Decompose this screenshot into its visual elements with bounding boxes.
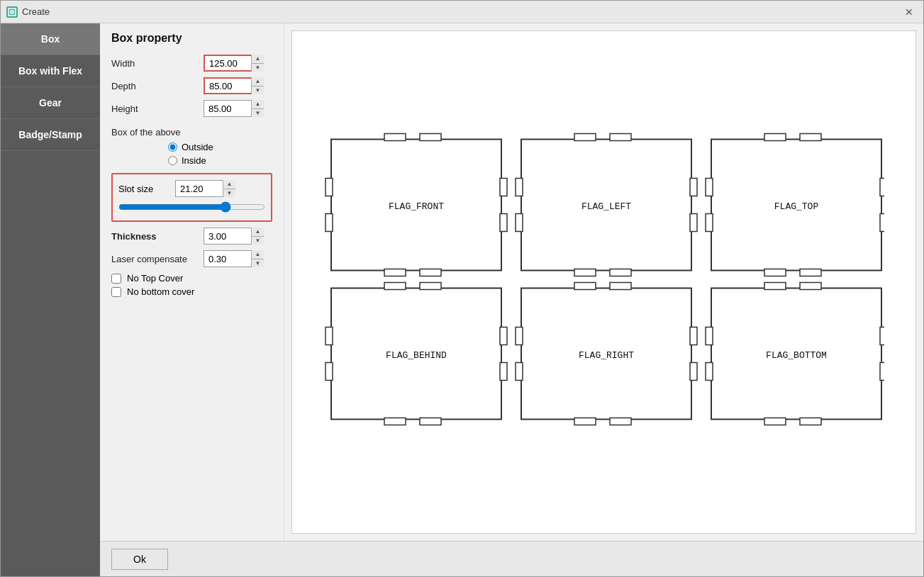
- inside-radio[interactable]: [168, 156, 177, 165]
- no-bottom-cover-checkbox[interactable]: [111, 287, 121, 297]
- svg-rect-10: [500, 214, 507, 232]
- sidebar-item-box-with-flex[interactable]: Box with Flex: [1, 55, 100, 87]
- slot-size-label: Slot size: [118, 184, 175, 194]
- slot-input-wrapper: ▲ ▼: [175, 180, 235, 197]
- svg-rect-15: [610, 269, 631, 276]
- svg-rect-13: [610, 134, 631, 141]
- svg-rect-53: [800, 283, 821, 290]
- depth-label: Depth: [111, 81, 204, 91]
- app-icon: [6, 6, 18, 18]
- canvas-area: FLAG_FRONT: [291, 30, 916, 534]
- slot-spin-down[interactable]: ▼: [223, 189, 235, 198]
- svg-rect-27: [706, 214, 713, 232]
- svg-rect-14: [574, 269, 596, 276]
- svg-rect-8: [325, 214, 333, 232]
- svg-rect-9: [500, 179, 507, 196]
- titlebar-left: Create: [6, 6, 50, 18]
- panel-and-canvas: Box property Width ▲ ▼: [100, 23, 923, 541]
- svg-text:FLAG_TOP: FLAG_TOP: [774, 201, 818, 212]
- svg-rect-54: [764, 418, 786, 425]
- svg-rect-42: [574, 283, 596, 290]
- svg-rect-24: [764, 269, 786, 276]
- laser-compensate-label: Laser compensate: [111, 254, 204, 264]
- svg-rect-6: [420, 269, 441, 276]
- box-faces-svg: FLAG_FRONT: [324, 133, 884, 430]
- slot-spin-up[interactable]: ▲: [223, 180, 235, 189]
- width-input-wrapper: ▲ ▼: [204, 55, 264, 72]
- face-flag-right: FLAG_RIGHT: [516, 283, 697, 425]
- svg-text:FLAG_BOTTOM: FLAG_BOTTOM: [766, 350, 827, 361]
- ok-button[interactable]: Ok: [111, 549, 168, 570]
- properties-panel: Box property Width ▲ ▼: [100, 23, 284, 541]
- depth-spin-up[interactable]: ▲: [252, 77, 264, 86]
- slot-slider-wrapper: [118, 201, 265, 215]
- laser-spin-up[interactable]: ▲: [252, 250, 264, 259]
- svg-rect-32: [384, 283, 406, 290]
- width-spin-down[interactable]: ▼: [252, 64, 264, 72]
- svg-rect-43: [610, 283, 631, 290]
- no-top-cover-label[interactable]: No Top Cover: [127, 273, 183, 284]
- width-spin-buttons: ▲ ▼: [251, 55, 264, 72]
- svg-rect-37: [325, 363, 333, 381]
- svg-rect-35: [420, 418, 441, 425]
- svg-rect-12: [574, 134, 596, 141]
- svg-rect-58: [880, 327, 884, 345]
- width-label: Width: [111, 58, 204, 69]
- svg-rect-55: [800, 418, 821, 425]
- face-flag-bottom: FLAG_BOTTOM: [706, 283, 884, 425]
- no-bottom-cover-label[interactable]: No bottom cover: [127, 286, 194, 297]
- outside-radio-row: Outside: [111, 142, 272, 152]
- svg-rect-29: [880, 214, 884, 232]
- svg-rect-46: [516, 327, 523, 345]
- width-spin-up[interactable]: ▲: [252, 55, 264, 64]
- svg-rect-47: [516, 363, 523, 381]
- svg-rect-48: [690, 327, 697, 345]
- app-window: Create ✕ Box Box with Flex Gear Badge/St…: [0, 0, 924, 577]
- thickness-row: Thickness ▲ ▼: [111, 228, 272, 245]
- svg-rect-34: [384, 418, 406, 425]
- svg-rect-49: [690, 363, 697, 381]
- depth-input-wrapper: ▲ ▼: [204, 77, 264, 94]
- height-spin-down[interactable]: ▼: [252, 109, 264, 118]
- inside-label[interactable]: Inside: [182, 155, 206, 166]
- svg-text:FLAG_LEFT: FLAG_LEFT: [581, 201, 630, 212]
- svg-rect-36: [325, 327, 333, 345]
- thickness-spin-up[interactable]: ▲: [252, 228, 264, 237]
- svg-rect-4: [420, 134, 441, 141]
- no-top-cover-checkbox[interactable]: [111, 274, 121, 284]
- svg-rect-56: [706, 327, 713, 345]
- sidebar-item-gear[interactable]: Gear: [1, 87, 100, 119]
- height-input-wrapper: ▲ ▼: [204, 100, 264, 117]
- height-spin-up[interactable]: ▲: [252, 100, 264, 109]
- svg-rect-28: [880, 179, 884, 196]
- svg-rect-38: [500, 327, 507, 345]
- slot-spin-buttons: ▲ ▼: [223, 180, 235, 197]
- outside-label[interactable]: Outside: [182, 142, 213, 152]
- svg-rect-19: [690, 214, 697, 232]
- laser-spin-down[interactable]: ▼: [252, 259, 264, 268]
- laser-compensate-row: Laser compensate ▲ ▼: [111, 250, 272, 267]
- sidebar-item-badge-stamp[interactable]: Badge/Stamp: [1, 119, 100, 151]
- window-title: Create: [22, 6, 50, 17]
- height-row: Height ▲ ▼: [111, 100, 272, 117]
- laser-input-wrapper: ▲ ▼: [204, 250, 264, 267]
- face-flag-top: FLAG_TOP: [706, 134, 884, 276]
- face-flag-left: FLAG_LEFT: [516, 134, 697, 276]
- titlebar: Create ✕: [1, 1, 923, 23]
- thickness-spin-down[interactable]: ▼: [252, 237, 264, 245]
- height-label: Height: [111, 103, 204, 114]
- sidebar-item-box[interactable]: Box: [1, 23, 100, 55]
- ok-bar: Ok: [100, 541, 923, 576]
- close-button[interactable]: ✕: [901, 4, 918, 21]
- svg-text:FLAG_RIGHT: FLAG_RIGHT: [578, 350, 633, 361]
- outside-radio[interactable]: [168, 142, 177, 152]
- svg-rect-44: [574, 418, 596, 425]
- svg-rect-45: [610, 418, 631, 425]
- main-panel: Box property Width ▲ ▼: [100, 23, 923, 576]
- thickness-label: Thickness: [111, 231, 204, 242]
- slot-slider[interactable]: [118, 201, 265, 213]
- panel-title: Box property: [111, 32, 272, 45]
- svg-rect-59: [880, 363, 884, 381]
- svg-rect-5: [384, 269, 406, 276]
- depth-spin-down[interactable]: ▼: [252, 86, 264, 95]
